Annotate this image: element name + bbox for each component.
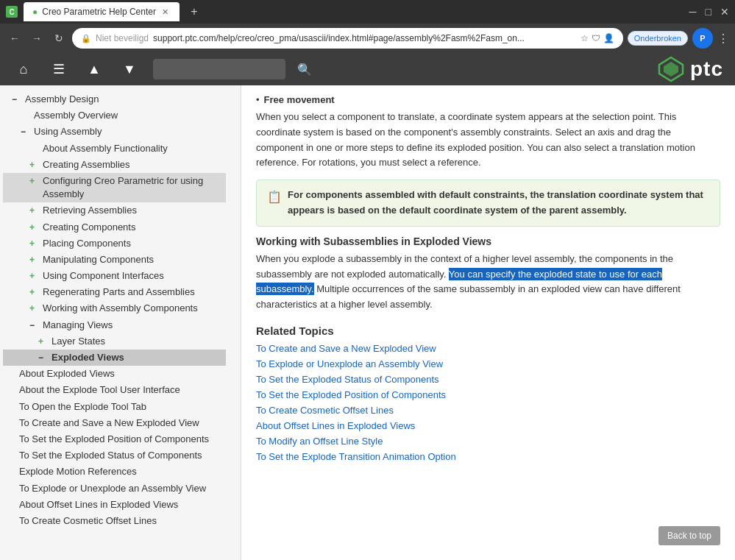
nav-prefix: + xyxy=(38,336,50,348)
maximize-button[interactable]: □ xyxy=(706,6,711,18)
url-action-icons: ☆ 🛡 👤 xyxy=(580,33,614,43)
address-bar: ← → ↻ 🔒 Niet beveiligd support.ptc.com/h… xyxy=(0,24,735,53)
note-box: 📋 For components assembled with default … xyxy=(256,180,720,227)
sidebar-item[interactable]: To Explode or Unexplode an Assembly View xyxy=(3,481,226,497)
back-button[interactable]: ← xyxy=(6,29,24,47)
star-icon[interactable]: ☆ xyxy=(580,33,589,43)
browser-menu-button[interactable]: ⋮ xyxy=(717,32,729,46)
sidebar-nav: −Assembly DesignAssembly Overview−Using … xyxy=(0,85,229,535)
sidebar-item[interactable]: +Layer States xyxy=(3,333,226,350)
related-link[interactable]: To Explode or Unexplode an Assembly View xyxy=(256,358,720,369)
url-bar[interactable]: 🔒 Niet beveiligd support.ptc.com/help/cr… xyxy=(72,28,623,49)
nav-item-label: Regenerating Parts and Assemblies xyxy=(43,286,223,299)
sidebar-item[interactable]: About Exploded Views xyxy=(3,366,226,382)
tab-label: Creo Parametric Help Center xyxy=(42,7,156,17)
profile-icon[interactable]: 👤 xyxy=(603,33,614,43)
related-link[interactable]: About Offset Lines in Exploded Views xyxy=(256,420,720,431)
sidebar: −Assembly DesignAssembly Overview−Using … xyxy=(0,85,241,560)
related-link[interactable]: To Create Cosmetic Offset Lines xyxy=(256,405,720,416)
nav-prefix: − xyxy=(21,126,32,138)
related-link[interactable]: To Create and Save a New Exploded View xyxy=(256,343,720,354)
nav-item-label: Manipulating Components xyxy=(43,253,223,266)
profile-avatar[interactable]: P xyxy=(692,28,713,49)
sidebar-item[interactable]: +Manipulating Components xyxy=(3,252,226,268)
shield-icon[interactable]: 🛡 xyxy=(592,33,600,43)
nav-item-label: Creating Components xyxy=(43,221,223,234)
search-button[interactable]: 🔍 xyxy=(297,63,312,77)
sidebar-item[interactable]: To Set the Exploded Position of Componen… xyxy=(3,431,226,447)
sidebar-item[interactable]: About Assembly Functionality xyxy=(3,141,226,157)
sidebar-item[interactable]: +Using Component Interfaces xyxy=(3,268,226,284)
back-to-top-button[interactable]: Back to top xyxy=(658,526,720,545)
sidebar-item[interactable]: About the Explode Tool User Interface xyxy=(3,382,226,398)
down-arrow-button[interactable]: ▼ xyxy=(118,57,141,81)
nav-item-label: To Set the Exploded Status of Components xyxy=(19,449,223,462)
related-link[interactable]: To Modify an Offset Line Style xyxy=(256,436,720,447)
list-button[interactable]: ☰ xyxy=(47,57,71,81)
close-button[interactable]: ✕ xyxy=(720,6,729,18)
nav-item-label: Configuring Creo Parametric for using As… xyxy=(43,174,223,201)
nav-item-label: About Assembly Functionality xyxy=(43,142,223,155)
sidebar-item[interactable]: To Open the Explode Tool Tab xyxy=(3,399,226,415)
search-input[interactable] xyxy=(153,59,285,79)
forward-button[interactable]: → xyxy=(28,29,46,47)
bullet-free-movement-label: Free movement xyxy=(264,94,335,105)
ptc-logo-icon xyxy=(658,56,684,82)
section-subassemblies-title: Working with Subassemblies in Exploded V… xyxy=(256,235,720,247)
sidebar-item[interactable]: +Regenerating Parts and Assemblies xyxy=(3,284,226,300)
sidebar-item[interactable]: To Create Cosmetic Offset Lines xyxy=(3,513,226,529)
ptc-logo: ptc xyxy=(658,56,723,82)
url-text: support.ptc.com/help/creo/creo_pma/usasc… xyxy=(153,33,576,43)
home-button[interactable]: ⌂ xyxy=(12,57,35,81)
ptc-logo-text: ptc xyxy=(690,57,723,81)
sidebar-item[interactable]: +Retrieving Assemblies xyxy=(3,202,226,219)
paragraph-subassemblies: When you explode a subassembly in the co… xyxy=(256,252,720,313)
sidebar-item[interactable]: Explode Motion References xyxy=(3,464,226,480)
sidebar-item[interactable]: +Working with Assembly Components xyxy=(3,300,226,316)
nav-item-label: To Create Cosmetic Offset Lines xyxy=(19,514,223,528)
sidebar-item[interactable]: +Creating Components xyxy=(3,219,226,235)
tab-close-btn[interactable]: ✕ xyxy=(160,7,171,17)
sidebar-item[interactable]: −Using Assembly xyxy=(3,124,226,140)
related-link[interactable]: To Set the Exploded Position of Componen… xyxy=(256,389,720,400)
tab-favicon: ● xyxy=(32,7,38,17)
sidebar-item[interactable]: +Placing Components xyxy=(3,235,226,252)
sidebar-item[interactable]: Assembly Overview xyxy=(3,107,226,124)
title-bar: C ● Creo Parametric Help Center ✕ + ─ □ … xyxy=(0,0,735,24)
sidebar-item[interactable]: About Offset Lines in Exploded Views xyxy=(3,497,226,513)
note-icon: 📋 xyxy=(267,188,282,219)
main-layout: −Assembly DesignAssembly Overview−Using … xyxy=(0,85,735,560)
nav-item-label: To Open the Explode Tool Tab xyxy=(19,400,223,414)
related-link[interactable]: To Set the Explode Transition Animation … xyxy=(256,451,720,462)
new-tab-button[interactable]: + xyxy=(185,3,203,21)
nav-item-label: Working with Assembly Components xyxy=(43,302,223,315)
nav-item-label: Exploded Views xyxy=(52,351,223,364)
sidebar-item[interactable]: −Exploded Views xyxy=(3,350,226,366)
paragraph-translate: When you select a component to translate… xyxy=(256,110,720,171)
sidebar-item[interactable]: To Create and Save a New Exploded View xyxy=(3,415,226,431)
related-link[interactable]: To Set the Exploded Status of Components xyxy=(256,374,720,385)
active-tab[interactable]: ● Creo Parametric Help Center ✕ xyxy=(24,2,180,21)
up-arrow-button[interactable]: ▲ xyxy=(82,57,106,81)
nav-item-label: About the Explode Tool User Interface xyxy=(19,383,223,397)
sidebar-item[interactable]: +Configuring Creo Parametric for using A… xyxy=(3,173,226,202)
sidebar-item[interactable]: −Managing Views xyxy=(3,317,226,333)
note-text: For components assembled with default co… xyxy=(288,188,709,219)
related-topics: Related Topics To Create and Save a New … xyxy=(256,325,720,462)
nav-item-label: To Create and Save a New Exploded View xyxy=(19,417,223,430)
nav-prefix: + xyxy=(29,302,41,315)
reload-button[interactable]: ↻ xyxy=(50,29,68,47)
not-secure-label: Niet beveiligd xyxy=(96,33,149,43)
sidebar-item[interactable]: +Creating Assemblies xyxy=(3,157,226,173)
minimize-button[interactable]: ─ xyxy=(689,6,697,18)
nav-prefix: + xyxy=(29,238,41,250)
sidebar-item[interactable]: −Assembly Design xyxy=(3,91,226,107)
nav-item-label: Explode Motion References xyxy=(19,465,223,478)
nav-item-label: Managing Views xyxy=(43,319,223,332)
para2-after: Multiple occurrences of the same subasse… xyxy=(256,283,681,310)
broken-button[interactable]: Onderbroken xyxy=(628,31,688,46)
bullet-dot: • xyxy=(256,94,260,105)
nav-item-label: Retrieving Assemblies xyxy=(43,204,223,217)
nav-prefix: − xyxy=(12,93,24,106)
sidebar-item[interactable]: To Set the Exploded Status of Components xyxy=(3,447,226,464)
